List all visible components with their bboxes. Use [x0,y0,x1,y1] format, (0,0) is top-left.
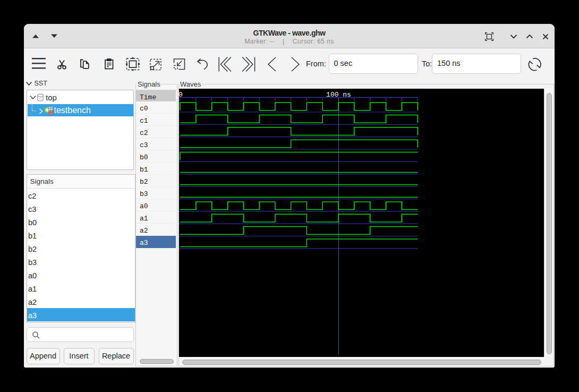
svg-text:100 ns: 100 ns [326,91,351,99]
svg-text:0: 0 [179,91,183,99]
